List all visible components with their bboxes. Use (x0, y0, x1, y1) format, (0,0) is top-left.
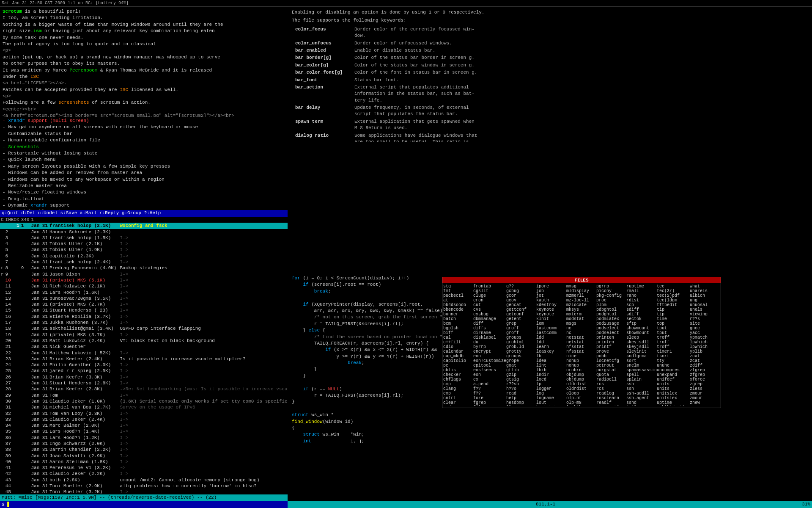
mutt-msg-row[interactable]: 18 Jan 31askthellist@gmai (3.4K)OSPFD ca… (0, 326, 288, 331)
file-item: snelm (626, 363, 657, 368)
mutt-msg-row[interactable]: 20 Jan 31Matt Lukowicz (2.4K)VT: black t… (0, 338, 288, 344)
file-item: sectok (626, 317, 657, 321)
file-item: cmp (443, 391, 473, 396)
mutt-msg-row[interactable]: 45 Jan 31Toni Mueller (3.2K)I-> (0, 489, 288, 494)
mutt-msg-row[interactable]: 30 Jan 31Claudio Jeker (1.0K)(3.6K) Seri… (0, 398, 288, 404)
file-item: znew (690, 400, 720, 405)
file-item: at (443, 298, 473, 303)
mutt-msg-row[interactable]: 17 Jan 31Jukka Ruohonen (3.7K)I-> (0, 320, 288, 326)
mutt-msg-row[interactable]: 22 Jan 31Matthew Lukovic ( 52K)I-> (0, 350, 288, 356)
file-item: calendar (443, 349, 473, 354)
file-item: mldisplay (566, 289, 596, 293)
mutt-msg-row[interactable]: 11 Jan 31Rich Kulawiec (2.1K)I-> (0, 283, 288, 289)
file-item: cut (473, 303, 506, 307)
file-item: unexpand (657, 373, 690, 377)
file-item: ruptime (626, 284, 657, 289)
mutt-msg-row[interactable]: 37 Jan 31Ingo Schwarzz (2.0K)I-> (0, 441, 288, 447)
mutt-cmd[interactable]: $ ▋ (0, 501, 288, 508)
file-item: fore (473, 396, 506, 400)
file-item: gencat (506, 303, 536, 307)
mutt-msg-row[interactable]: 15 Jan 31Stuart Henderso ( 23)I-> (0, 307, 288, 313)
file-item: tip (657, 307, 690, 312)
mutt-msg-row[interactable]: 27 Jan 31Stuart Henderso (2.8K)I-> (0, 380, 288, 386)
mutt-msg-row[interactable]: 16 Jan 31Etienne Robilia (3.7K)I-> (0, 314, 288, 320)
mutt-msg-row[interactable]: 29 Jan 31TomI-> (0, 392, 288, 398)
mutt-msg-row[interactable]: 24 Jan 31Philip Guenther (3.0K)I-> (0, 362, 288, 368)
doc-intro2: The file supports the following keywords… (292, 17, 808, 24)
mutt-inbox[interactable]: C INBOX 340 1 1 1 Jan 31 (0, 217, 288, 494)
file-item: hoststat (536, 405, 566, 406)
mutt-msg-row[interactable]: 41 Jan 31Pereresus ne V1 (3.2K)~> (0, 465, 288, 471)
file-item: proc (596, 298, 626, 303)
file-item: gettconf (506, 307, 536, 312)
mutt-msg-row[interactable]: 23 Jan 31Brian Keefer (2.4K)Is it possib… (0, 356, 288, 362)
file-item: bb4dsoodo (443, 303, 473, 307)
file-item: tsort (657, 354, 690, 359)
mutt-msg-row[interactable]: r89Jan 31Predrag Punosevic (4.0K)Backup … (0, 265, 288, 271)
file-item: nfsstat (566, 345, 596, 349)
mutt-msg-row[interactable]: r9 Jan 31Jason DixonI-> (0, 271, 288, 277)
mutt-msg-row[interactable]: 34 Jan 31Marc Balmer (2.0K)I-> (0, 422, 288, 428)
file-item: mmsg (566, 284, 596, 289)
left-panel: Scrotum is a beautiful perl! I too, am s… (0, 7, 288, 508)
file-item: eon!customize (473, 359, 506, 363)
mutt-msg-row[interactable]: 14 Jan 31(private) MKS (2.7K)I-> (0, 301, 288, 307)
mutt-msg-row[interactable]: 35 Jan 31Lars Hood?n (1.4K)I-> (0, 428, 288, 434)
file-item: sdiff (626, 307, 657, 312)
mutt-msg-row[interactable]: 12 Jan 31Lars Hood?n (1.6K)I-> (0, 290, 288, 295)
scrotum-title: Scrotum (3, 9, 22, 14)
mutt-msg-row[interactable]: 32 Jan 31Tom Van Looy (2.3K)I-> (0, 411, 288, 417)
mutt-msg-row[interactable]: 13 Jan 31punosevac720gma (3.5K)I-> (0, 295, 288, 301)
mutt-msg-row[interactable]: 43 Jan 31both (2.8K)umount /mnt2: Cannot… (0, 477, 288, 483)
file-item: learn (536, 345, 566, 349)
mutt-msg-row[interactable]: 5 Jan 31Tobias Ulmer (1.9K)I-> (0, 247, 288, 253)
mutt-msg-row[interactable]: 36 Jan 31Lars Hood?n (1.2K)I-> (0, 435, 288, 441)
file-item: lem (536, 321, 566, 326)
file-item: file (473, 405, 506, 406)
file-item: oldrdist (566, 387, 596, 391)
mutt-msg-row[interactable]: 7 Jan 31frantisek holop (2.4K)I-> (0, 259, 288, 265)
mutt-msg-row[interactable]: 26 Jan 31Brian Keefer (3.3K)I-> (0, 374, 288, 380)
file-item: lpWhich (690, 345, 720, 349)
file-item: zmour (690, 391, 720, 396)
mutt-msg-row[interactable]: 4 Jan 31Tobias Ulmer (2.1K)I-> (0, 241, 288, 247)
file-item: pgrrp (596, 284, 626, 289)
mutt-msg-row[interactable]: 21 Jan 31Nick Guenther (0, 344, 288, 350)
file-item: units (657, 387, 690, 391)
file-item: spell (626, 373, 657, 377)
mutt-msg-row[interactable]: 25 Jan 31jared r r spieg (2.5K)I-> (0, 368, 288, 374)
file-item: troff (657, 345, 690, 349)
mutt-msg-row[interactable]: 40 Jan 31Aaron Stellman (1.8K)I-> (0, 459, 288, 465)
file-item: pctrout (596, 363, 626, 368)
mutt-msg-row-selected[interactable]: 1 1 Jan 31 frantisek holop (2.1K) wxconf… (0, 223, 288, 229)
file-item: keynote (536, 312, 566, 317)
mutt-msg-row[interactable]: 3 Jan 31frantisek holop (1.5K)I-> (0, 235, 288, 241)
kw-row: bar_color[g]Color of the status bar wind… (292, 62, 480, 69)
file-item: du (473, 340, 506, 345)
mutt-msg-row[interactable]: 39 Jan 31Joao Salvatti (2.9K)I-> (0, 453, 288, 459)
mutt-msg-row[interactable]: 19 Jan 31(private) MKS (3.7K)I-> (0, 332, 288, 338)
file-item: mksys (566, 307, 596, 312)
file-item: zdiff (690, 363, 720, 368)
file-item: printf (596, 345, 626, 349)
mutt-msg-row[interactable]: 2 Jan 31Hannah Schroete (2.3K) (0, 229, 288, 235)
file-item: viewing (690, 312, 720, 317)
mutt-folder-row[interactable]: C INBOX 340 1 (0, 217, 288, 223)
keywords-doc: Enabling or disabling an option is done … (288, 7, 812, 142)
kw-row: bar_enabledEnable or disable status bar. (292, 47, 480, 54)
file-item: ipore (536, 284, 566, 289)
mutt-msg-row[interactable]: 42 Jan 31Claudio Jeker (2.2K)I-> (0, 471, 288, 477)
file-item: unifdef (657, 377, 690, 382)
file-item: fgrep (473, 400, 506, 405)
mutt-msg-row[interactable]: 31 Jan 31michiel van Boa (2.7K)Survey on… (0, 404, 288, 410)
mutt-msg-row[interactable]: 44 Jan 31Toni Mueller (2.9K)altq problem… (0, 483, 288, 489)
mutt-msg-row[interactable]: 28 Jan 31Brian Keefer (2.8K)->Re: Net be… (0, 386, 288, 392)
file-item: troff (657, 340, 690, 345)
mutt-msg-row[interactable]: 10 Jan 31(private) MKS (5.1K)I-> (0, 277, 288, 283)
mutt-msg-row[interactable]: 38 Jan 31Darrin Chandler (2.2K)I-> (0, 447, 288, 453)
file-item: grob.ld (506, 345, 536, 349)
file-item: getconf (506, 312, 536, 317)
file-item: cap_mkdb (443, 354, 473, 359)
mutt-msg-row[interactable]: 33 Jan 31Claudio Jeker (2.4K)I-> (0, 417, 288, 422)
mutt-msg-row[interactable]: 6 Jan 31capitolio (2.3K)I-> (0, 253, 288, 259)
